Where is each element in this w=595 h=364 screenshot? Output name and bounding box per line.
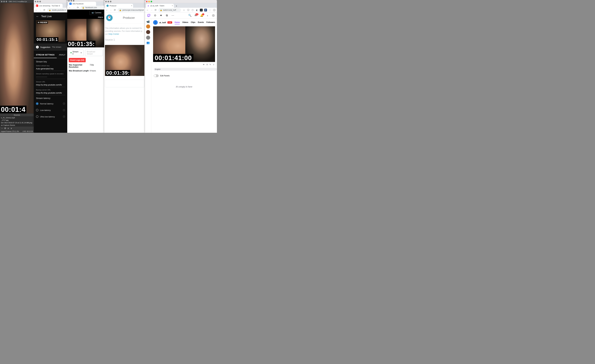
tab-home[interactable]: Home xyxy=(175,21,180,24)
win-dot[interactable] xyxy=(37,1,39,2)
win-dot[interactable] xyxy=(71,0,72,1)
close-window-icon[interactable] xyxy=(146,1,148,2)
star-icon[interactable]: ☆ xyxy=(183,9,185,11)
notifications-icon[interactable]: 🔔2 xyxy=(200,14,203,17)
back-arrow-icon[interactable]: ← xyxy=(36,14,39,18)
camera-button[interactable]: 📹Camera xyxy=(89,11,103,15)
ext-icon[interactable]: ⬡ xyxy=(191,9,194,11)
forward-icon[interactable]: → xyxy=(150,9,153,11)
win-dot[interactable] xyxy=(110,1,111,2)
obs-sources-list[interactable]: k_25_10mins.mp4 _1717.jpg een Shot 2018-… xyxy=(0,117,34,126)
twitch-logo-icon[interactable] xyxy=(147,14,151,17)
latency-normal[interactable]: Normal latency? xyxy=(36,101,65,106)
obs-preview[interactable]: 00:01:4 xyxy=(0,3,34,113)
forward-icon[interactable]: → xyxy=(110,9,112,11)
tab-events[interactable]: Events xyxy=(198,21,204,24)
ext-icon[interactable]: P xyxy=(204,9,207,11)
obs-source-item[interactable]: _1717.jpg xyxy=(0,119,34,121)
latency-ultra[interactable]: Ultra low-latency? xyxy=(36,114,65,119)
reload-icon[interactable]: ⟳ xyxy=(77,6,79,9)
edit-panels-toggle[interactable] xyxy=(154,74,159,77)
inbox-icon[interactable]: ✉19 xyxy=(194,14,197,17)
win-dot[interactable] xyxy=(73,0,74,1)
win-dot[interactable] xyxy=(39,1,41,2)
channel-avatar[interactable]: 👤 xyxy=(153,20,158,25)
yt-titlebar[interactable] xyxy=(34,0,67,3)
tab-stream-settings[interactable]: STREAM SETTINGS xyxy=(34,52,57,58)
tw-player[interactable]: 00:01:41:00 xyxy=(153,26,215,62)
browser-tab[interactable]: ▶ Live streaming - YouTube S xyxy=(35,4,63,8)
tab-analytics[interactable]: ANALY xyxy=(57,52,67,58)
win-dot[interactable] xyxy=(35,1,36,2)
camera-icon[interactable]: 📹 xyxy=(147,20,149,23)
win-dot[interactable] xyxy=(105,1,107,2)
help-icon[interactable]: ? xyxy=(63,116,65,118)
obs-source-item[interactable]: k_25_10mins.mp4 xyxy=(0,117,34,119)
address-bar[interactable]: 🔒 twitch.tv/at_heff xyxy=(158,8,181,12)
win-dot[interactable] xyxy=(68,0,70,1)
channel-username[interactable]: at_heff xyxy=(159,21,166,24)
address-bar[interactable]: 🔒 studio.youtube.con xyxy=(47,8,66,12)
reload-icon[interactable]: ⟳ xyxy=(43,9,46,11)
source-settings-icon[interactable]: ⚙ xyxy=(4,127,6,129)
move-down-icon[interactable]: ∨ xyxy=(10,127,12,129)
event-logs-button[interactable]: Event Logs (12) xyxy=(69,58,86,62)
language-chip[interactable]: English xyxy=(154,68,217,71)
help-center-link[interactable]: Help Center xyxy=(108,33,119,35)
obs-max-dot[interactable] xyxy=(6,1,7,2)
rail-channel-avatar[interactable] xyxy=(146,24,150,28)
streamurl-field[interactable]: rtmp://a.rtmp.youtube.com/liv xyxy=(36,83,65,87)
yt-suggestion-bar[interactable]: i Suggestion The stream xyxy=(34,43,67,51)
friends-icon[interactable]: 👥 xyxy=(147,41,149,44)
move-up-icon[interactable]: ∧ xyxy=(7,127,9,129)
help-icon[interactable]: ? xyxy=(63,103,65,105)
tab-followers[interactable]: Followers xyxy=(206,21,215,24)
ps-preview-video[interactable]: 00:01:39: xyxy=(105,45,144,76)
fb-preview-video[interactable]: 00:01:35: xyxy=(67,19,104,47)
remove-source-icon[interactable]: − xyxy=(1,127,3,129)
obs-source-item[interactable]: eo Capture Device xyxy=(0,124,34,126)
reload-icon[interactable]: ⟳ xyxy=(113,9,116,11)
help-icon[interactable]: ? xyxy=(63,109,65,111)
latency-low[interactable]: Low-latency? xyxy=(36,108,65,112)
obs-titlebar[interactable]: OBS 24.0.2-modified (m xyxy=(0,0,34,3)
close-tab-icon[interactable]: × xyxy=(131,5,132,7)
tw-titlebar[interactable] xyxy=(145,0,217,3)
user-avatar-icon[interactable] xyxy=(212,14,215,17)
rail-channel-avatar[interactable] xyxy=(146,30,150,34)
ps-input-box[interactable] xyxy=(105,80,144,87)
streamkey-field[interactable]: ···················· xyxy=(36,75,65,79)
address-bar[interactable]: 🔒 periscope.tv/account/produ xyxy=(118,8,144,12)
rail-channel-avatar[interactable] xyxy=(146,36,150,40)
back-icon[interactable]: ← xyxy=(106,9,108,11)
back-icon[interactable]: ← xyxy=(146,9,149,11)
tab-clips[interactable]: Clips xyxy=(191,21,195,24)
edit-icon[interactable]: ✎ xyxy=(210,63,211,66)
forward-icon[interactable]: → xyxy=(72,6,75,9)
bits-icon[interactable]: ⬨ xyxy=(206,14,209,17)
backup-field[interactable]: rtmp://b.rtmp.youtube.com/liv xyxy=(36,91,65,95)
new-tab-button[interactable]: + xyxy=(175,4,178,8)
ext-icon[interactable]: ⓘ xyxy=(187,9,190,11)
minimize-window-icon[interactable] xyxy=(148,1,150,2)
back-icon[interactable]: ← xyxy=(35,9,37,11)
obs-source-item[interactable]: een Shot 2018-07-19 at 11.41.14 AM.png xyxy=(0,121,34,124)
search-icon[interactable]: 🔍 xyxy=(188,14,191,17)
obs-close-dot[interactable] xyxy=(1,1,2,2)
browser-tab[interactable]: Producer × xyxy=(105,4,133,8)
browser-tab[interactable]: ⎚ (2) at_heff - Twitch × xyxy=(146,4,174,8)
obs-min-dot[interactable] xyxy=(3,1,5,2)
tab-videos[interactable]: Videos xyxy=(182,21,188,24)
copy-icon[interactable]: ⧉ xyxy=(165,14,168,17)
heart-icon[interactable]: ♥ xyxy=(160,14,162,17)
compass-icon[interactable]: ⊙ xyxy=(154,14,156,17)
back-icon[interactable]: ← xyxy=(69,6,71,9)
win-dot[interactable] xyxy=(107,1,109,2)
ext-icon[interactable]: ※ xyxy=(200,9,203,11)
close-tab-icon[interactable]: × xyxy=(172,5,173,7)
share-icon[interactable]: ⇪ xyxy=(213,63,214,66)
broadcast-button[interactable]: Broadcast Stream xyxy=(85,49,103,56)
forward-icon[interactable]: → xyxy=(39,9,42,11)
browser-tab[interactable]: f (63) Facebook xyxy=(68,2,96,6)
select-key-dropdown[interactable]: Auto-generated key xyxy=(36,67,65,71)
